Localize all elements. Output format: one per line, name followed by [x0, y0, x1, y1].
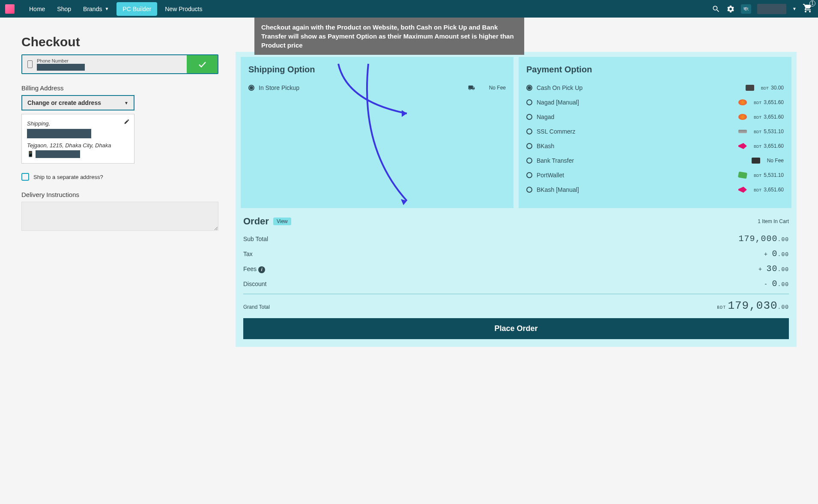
nav-home[interactable]: Home	[23, 2, 51, 16]
radio-icon	[526, 158, 532, 164]
language-badge[interactable]: বাং	[741, 4, 751, 14]
truck-icon	[467, 84, 476, 91]
order-fees-dec: .00	[778, 266, 789, 273]
ssl-icon	[738, 130, 747, 133]
nav-pc-builder[interactable]: PC Builder	[116, 2, 157, 16]
order-grand-dec: .00	[778, 304, 789, 310]
checkout-right-column: Shipping Option In Store Pickup No Fee P…	[236, 26, 797, 347]
wallet-icon	[746, 85, 754, 91]
payment-option-label: Nagad	[537, 113, 734, 120]
nav-shop[interactable]: Shop	[51, 2, 77, 16]
payment-option-fee: BDT 3,651.60	[754, 187, 784, 193]
bkash-icon	[738, 187, 747, 193]
address-line1: Shipping,	[27, 119, 129, 128]
order-view-link[interactable]: View	[273, 218, 291, 225]
shipping-option-label: In Store Pickup	[259, 84, 463, 91]
brand-logo[interactable]	[5, 4, 15, 14]
place-order-button[interactable]: Place Order	[243, 318, 789, 339]
payment-option-ssl-commerz[interactable]: SSL CommerzBDT 5,531.10	[519, 124, 791, 139]
gear-icon[interactable]	[726, 5, 735, 13]
order-fees-int: 30	[767, 264, 778, 274]
cart-button[interactable]: 1	[803, 3, 813, 15]
order-discount-sign: -	[764, 281, 772, 288]
order-subtotal-dec: .00	[778, 236, 789, 243]
payment-option-bkash[interactable]: BKashBDT 3,651.60	[519, 139, 791, 153]
order-discount-label: Discount	[243, 280, 266, 287]
ship-separate-checkbox[interactable]	[21, 173, 29, 181]
billing-address-label: Billing Address	[21, 84, 218, 92]
address-name-masked	[27, 129, 91, 138]
payment-option-nagad[interactable]: NagadBDT 3,651.60	[519, 110, 791, 124]
change-address-dropdown[interactable]: Change or create address ▼	[21, 95, 134, 110]
payment-option-portwallet[interactable]: PortWalletBDT 5,531.10	[519, 168, 791, 182]
ship-separate-label: Ship to a separate address?	[33, 174, 103, 180]
profile-menu[interactable]	[757, 4, 786, 14]
radio-icon	[526, 114, 532, 120]
payment-option-fee: No Fee	[767, 158, 784, 164]
payment-option-title: Payment Option	[519, 65, 791, 81]
ship-separate-row: Ship to a separate address?	[21, 173, 218, 181]
phone-confirm-button[interactable]	[187, 55, 218, 73]
shipping-option-panel: Shipping Option In Store Pickup No Fee	[241, 57, 513, 208]
nav-links: Home Shop Brands ▼ PC Builder New Produc…	[23, 2, 208, 16]
payment-option-fee: BDT 5,531.10	[754, 172, 784, 178]
delivery-instructions-label: Delivery Instructions	[21, 191, 218, 198]
payment-option-fee: BDT 3,651.60	[754, 114, 784, 120]
order-tax-sign: +	[764, 251, 772, 258]
payment-option-label: BKash	[537, 143, 734, 149]
address-line2: Tejgaon, 1215, Dhaka City, Dhaka	[27, 141, 129, 150]
change-address-label: Change or create address	[27, 99, 101, 106]
phone-icon	[27, 60, 33, 68]
payment-option-label: Cash On Pick Up	[537, 84, 741, 91]
address-card: Shipping, Tejgaon, 1215, Dhaka City, Dha…	[21, 114, 134, 164]
order-tax-int: 0	[772, 249, 778, 259]
order-grand-int: 179,030	[728, 299, 777, 312]
phone-card: Phone Number	[21, 54, 218, 74]
order-row-grand-total: Grand Total BDT179,030.00	[243, 297, 789, 315]
delivery-instructions-input[interactable]	[21, 202, 218, 231]
payment-option-fee: BDT 5,531.10	[754, 128, 784, 134]
payment-option-label: Bank Transfer	[537, 157, 747, 164]
nagad-icon	[738, 114, 747, 120]
payment-option-fee: BDT 30.00	[761, 85, 784, 91]
search-icon[interactable]	[712, 5, 720, 13]
chevron-down-icon: ▼	[124, 101, 128, 105]
navbar-right: বাং ▼ 1	[712, 3, 813, 15]
payment-option-cash-on-pick-up[interactable]: Cash On Pick UpBDT 30.00	[519, 81, 791, 95]
order-tax-label: Tax	[243, 251, 253, 257]
shipping-option-instore[interactable]: In Store Pickup No Fee	[241, 81, 513, 95]
payment-option-label: Nagad [Manual]	[537, 99, 734, 106]
nagad-icon	[738, 99, 747, 105]
chevron-down-icon[interactable]: ▼	[792, 6, 797, 11]
nav-brands-label: Brands	[83, 6, 102, 12]
order-discount-dec: .00	[778, 281, 789, 288]
phone-value-masked[interactable]	[37, 64, 85, 71]
payment-option-panel: Payment Option Cash On Pick UpBDT 30.00N…	[519, 57, 791, 208]
order-subtotal-label: Sub Total	[243, 236, 268, 242]
order-fees-sign: +	[758, 266, 767, 273]
radio-icon	[526, 172, 532, 178]
nav-new-products[interactable]: New Products	[159, 2, 208, 16]
order-fees-label: Feesi	[243, 265, 265, 273]
radio-icon	[526, 85, 532, 91]
payment-option-bkash-manual-[interactable]: BKash [Manual]BDT 3,651.60	[519, 182, 791, 197]
radio-icon	[248, 85, 254, 91]
edit-icon[interactable]	[124, 119, 130, 125]
info-icon[interactable]: i	[258, 266, 265, 273]
check-icon	[197, 59, 207, 69]
order-row-subtotal: Sub Total 179,000.00	[243, 231, 789, 246]
port-icon	[738, 171, 747, 179]
order-tax-dec: .00	[778, 251, 789, 258]
order-grand-label: Grand Total	[243, 304, 270, 310]
order-section: Order View 1 Item In Cart Sub Total 179,…	[241, 208, 791, 342]
shipping-option-title: Shipping Option	[241, 65, 513, 81]
payment-option-nagad-manual-[interactable]: Nagad [Manual]BDT 3,651.60	[519, 95, 791, 110]
payment-option-label: SSL Commerz	[537, 128, 734, 135]
navbar: Home Shop Brands ▼ PC Builder New Produc…	[0, 0, 818, 18]
payment-option-fee: BDT 3,651.60	[754, 143, 784, 149]
order-row-tax: Tax + 0.00	[243, 246, 789, 261]
payment-option-bank-transfer[interactable]: Bank TransferNo Fee	[519, 153, 791, 168]
order-row-fees: Feesi + 30.00	[243, 261, 789, 276]
nav-brands[interactable]: Brands ▼	[77, 2, 115, 16]
radio-icon	[526, 187, 532, 193]
